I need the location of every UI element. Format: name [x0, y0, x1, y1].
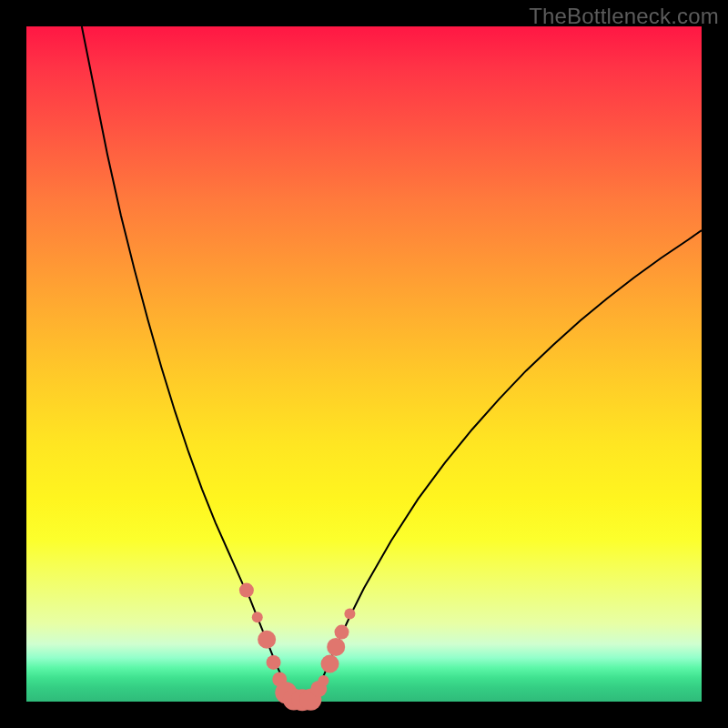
- marker-group: [239, 583, 356, 712]
- watermark-text: TheBottleneck.com: [529, 4, 719, 29]
- marker-dot: [267, 655, 281, 670]
- marker-dot: [239, 583, 254, 598]
- chart-frame: TheBottleneck.com: [0, 0, 728, 728]
- marker-dot: [252, 612, 263, 622]
- marker-dot: [344, 609, 355, 620]
- marker-dot: [327, 638, 345, 656]
- marker-dot: [258, 631, 276, 649]
- marker-dot: [318, 675, 329, 686]
- chart-overlay: [26, 26, 702, 702]
- marker-dot: [321, 654, 339, 672]
- marker-dot: [335, 625, 349, 640]
- bottleneck-curve: [82, 26, 702, 701]
